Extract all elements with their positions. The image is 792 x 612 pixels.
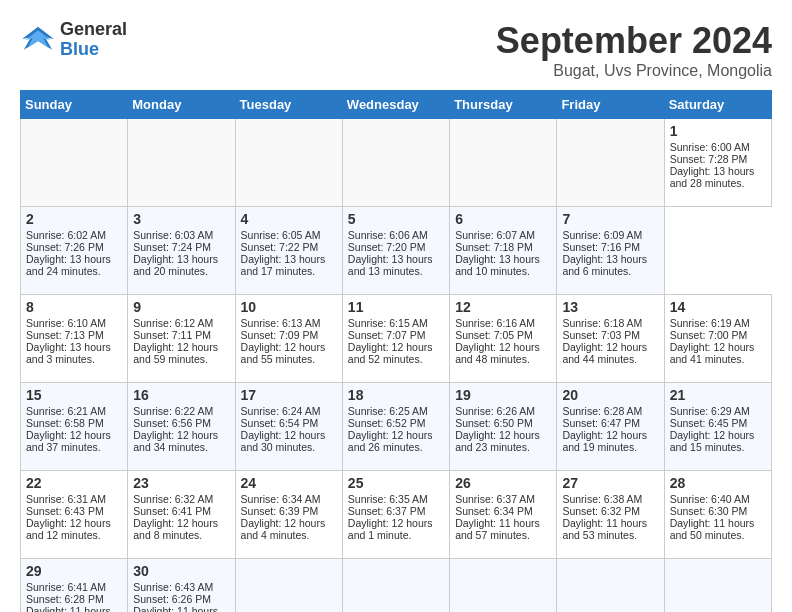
daylight-text: Daylight: 12 hours and 1 minute.: [348, 517, 433, 541]
calendar-cell: [450, 559, 557, 613]
calendar-cell: 9Sunrise: 6:12 AMSunset: 7:11 PMDaylight…: [128, 295, 235, 383]
calendar-cell: [128, 119, 235, 207]
day-number: 13: [562, 299, 658, 315]
sunrise-text: Sunrise: 6:28 AM: [562, 405, 642, 417]
location: Bugat, Uvs Province, Mongolia: [496, 62, 772, 80]
header-wednesday: Wednesday: [342, 91, 449, 119]
daylight-text: Daylight: 12 hours and 37 minutes.: [26, 429, 111, 453]
logo-line2: Blue: [60, 40, 127, 60]
calendar-cell: [235, 119, 342, 207]
calendar-cell: 16Sunrise: 6:22 AMSunset: 6:56 PMDayligh…: [128, 383, 235, 471]
sunrise-text: Sunrise: 6:31 AM: [26, 493, 106, 505]
sunset-text: Sunset: 7:13 PM: [26, 329, 104, 341]
calendar-cell: 10Sunrise: 6:13 AMSunset: 7:09 PMDayligh…: [235, 295, 342, 383]
calendar-cell: [235, 559, 342, 613]
daylight-text: Daylight: 12 hours and 59 minutes.: [133, 341, 218, 365]
daylight-text: Daylight: 12 hours and 41 minutes.: [670, 341, 755, 365]
sunrise-text: Sunrise: 6:25 AM: [348, 405, 428, 417]
sunrise-text: Sunrise: 6:13 AM: [241, 317, 321, 329]
sunrise-text: Sunrise: 6:09 AM: [562, 229, 642, 241]
daylight-text: Daylight: 12 hours and 48 minutes.: [455, 341, 540, 365]
calendar-cell: [21, 119, 128, 207]
calendar-week-2: 2Sunrise: 6:02 AMSunset: 7:26 PMDaylight…: [21, 207, 772, 295]
calendar-week-1: 1Sunrise: 6:00 AMSunset: 7:28 PMDaylight…: [21, 119, 772, 207]
sunrise-text: Sunrise: 6:24 AM: [241, 405, 321, 417]
day-number: 22: [26, 475, 122, 491]
calendar-cell: 27Sunrise: 6:38 AMSunset: 6:32 PMDayligh…: [557, 471, 664, 559]
daylight-text: Daylight: 12 hours and 12 minutes.: [26, 517, 111, 541]
sunset-text: Sunset: 7:16 PM: [562, 241, 640, 253]
calendar-week-4: 15Sunrise: 6:21 AMSunset: 6:58 PMDayligh…: [21, 383, 772, 471]
day-number: 30: [133, 563, 229, 579]
day-number: 15: [26, 387, 122, 403]
calendar-cell: 2Sunrise: 6:02 AMSunset: 7:26 PMDaylight…: [21, 207, 128, 295]
header-saturday: Saturday: [664, 91, 771, 119]
logo: General Blue: [20, 20, 127, 60]
sunrise-text: Sunrise: 6:06 AM: [348, 229, 428, 241]
day-number: 9: [133, 299, 229, 315]
sunrise-text: Sunrise: 6:32 AM: [133, 493, 213, 505]
day-number: 16: [133, 387, 229, 403]
sunrise-text: Sunrise: 6:34 AM: [241, 493, 321, 505]
calendar-cell: 8Sunrise: 6:10 AMSunset: 7:13 PMDaylight…: [21, 295, 128, 383]
sunrise-text: Sunrise: 6:37 AM: [455, 493, 535, 505]
sunset-text: Sunset: 6:45 PM: [670, 417, 748, 429]
sunset-text: Sunset: 6:54 PM: [241, 417, 319, 429]
daylight-text: Daylight: 11 hours and 50 minutes.: [670, 517, 755, 541]
day-number: 11: [348, 299, 444, 315]
sunset-text: Sunset: 6:34 PM: [455, 505, 533, 517]
daylight-text: Daylight: 12 hours and 4 minutes.: [241, 517, 326, 541]
sunset-text: Sunset: 7:03 PM: [562, 329, 640, 341]
calendar-cell: 15Sunrise: 6:21 AMSunset: 6:58 PMDayligh…: [21, 383, 128, 471]
day-number: 20: [562, 387, 658, 403]
header-thursday: Thursday: [450, 91, 557, 119]
day-number: 7: [562, 211, 658, 227]
daylight-text: Daylight: 13 hours and 28 minutes.: [670, 165, 755, 189]
calendar-cell: 11Sunrise: 6:15 AMSunset: 7:07 PMDayligh…: [342, 295, 449, 383]
calendar-cell: [342, 119, 449, 207]
day-number: 24: [241, 475, 337, 491]
daylight-text: Daylight: 13 hours and 17 minutes.: [241, 253, 326, 277]
sunset-text: Sunset: 6:43 PM: [26, 505, 104, 517]
sunset-text: Sunset: 6:52 PM: [348, 417, 426, 429]
sunset-text: Sunset: 7:05 PM: [455, 329, 533, 341]
month-title: September 2024: [496, 20, 772, 62]
sunset-text: Sunset: 7:07 PM: [348, 329, 426, 341]
calendar-cell: 4Sunrise: 6:05 AMSunset: 7:22 PMDaylight…: [235, 207, 342, 295]
calendar-cell: 7Sunrise: 6:09 AMSunset: 7:16 PMDaylight…: [557, 207, 664, 295]
sunrise-text: Sunrise: 6:12 AM: [133, 317, 213, 329]
header-monday: Monday: [128, 91, 235, 119]
header-sunday: Sunday: [21, 91, 128, 119]
sunrise-text: Sunrise: 6:03 AM: [133, 229, 213, 241]
day-number: 4: [241, 211, 337, 227]
calendar-week-3: 8Sunrise: 6:10 AMSunset: 7:13 PMDaylight…: [21, 295, 772, 383]
day-number: 18: [348, 387, 444, 403]
daylight-text: Daylight: 12 hours and 23 minutes.: [455, 429, 540, 453]
calendar-cell: [664, 559, 771, 613]
daylight-text: Daylight: 13 hours and 10 minutes.: [455, 253, 540, 277]
calendar-cell: 13Sunrise: 6:18 AMSunset: 7:03 PMDayligh…: [557, 295, 664, 383]
sunrise-text: Sunrise: 6:18 AM: [562, 317, 642, 329]
logo-icon: [20, 25, 56, 55]
calendar-cell: 29Sunrise: 6:41 AMSunset: 6:28 PMDayligh…: [21, 559, 128, 613]
day-number: 10: [241, 299, 337, 315]
sunset-text: Sunset: 6:41 PM: [133, 505, 211, 517]
sunrise-text: Sunrise: 6:16 AM: [455, 317, 535, 329]
calendar-cell: [450, 119, 557, 207]
calendar-cell: 25Sunrise: 6:35 AMSunset: 6:37 PMDayligh…: [342, 471, 449, 559]
daylight-text: Daylight: 11 hours and 46 minutes.: [26, 605, 111, 612]
calendar-cell: 17Sunrise: 6:24 AMSunset: 6:54 PMDayligh…: [235, 383, 342, 471]
calendar-cell: 23Sunrise: 6:32 AMSunset: 6:41 PMDayligh…: [128, 471, 235, 559]
day-number: 29: [26, 563, 122, 579]
calendar-cell: 24Sunrise: 6:34 AMSunset: 6:39 PMDayligh…: [235, 471, 342, 559]
daylight-text: Daylight: 12 hours and 26 minutes.: [348, 429, 433, 453]
day-number: 1: [670, 123, 766, 139]
title-section: September 2024 Bugat, Uvs Province, Mong…: [496, 20, 772, 80]
calendar-cell: 26Sunrise: 6:37 AMSunset: 6:34 PMDayligh…: [450, 471, 557, 559]
day-number: 5: [348, 211, 444, 227]
sunrise-text: Sunrise: 6:07 AM: [455, 229, 535, 241]
calendar-week-5: 22Sunrise: 6:31 AMSunset: 6:43 PMDayligh…: [21, 471, 772, 559]
sunset-text: Sunset: 7:09 PM: [241, 329, 319, 341]
daylight-text: Daylight: 11 hours and 42 minutes.: [133, 605, 218, 612]
calendar-cell: 28Sunrise: 6:40 AMSunset: 6:30 PMDayligh…: [664, 471, 771, 559]
